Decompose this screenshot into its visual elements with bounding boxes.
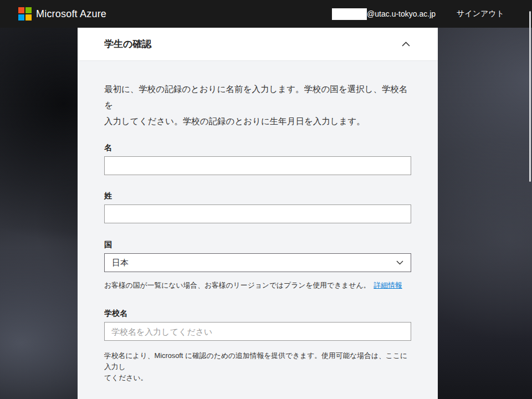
topbar-account-area: @utac.u-tokyo.ac.jp サインアウト (332, 8, 504, 20)
school-help-text: 学校名により、Microsoft に確認のための追加情報を提供できます。使用可能… (104, 350, 411, 383)
country-label: 国 (104, 239, 411, 249)
country-select[interactable]: 日本 (104, 253, 411, 272)
azure-home-link[interactable]: Microsoft Azure (18, 7, 106, 21)
country-help-text: お客様の国が一覧にない場合、お客様のリージョンではプランを使用できません。詳細情… (104, 280, 411, 291)
azure-topbar: Microsoft Azure @utac.u-tokyo.ac.jp サインア… (0, 0, 532, 28)
student-verification-panel: 学生の確認 最初に、学校の記録のとおりに名前を入力します。学校の国を選択し、学校… (78, 28, 438, 399)
chevron-up-icon (402, 42, 410, 47)
last-name-input[interactable] (104, 204, 411, 223)
first-name-input[interactable] (104, 156, 411, 175)
panel-title: 学生の確認 (104, 38, 151, 50)
microsoft-logo-icon (18, 7, 32, 21)
first-name-label: 名 (104, 142, 411, 152)
chevron-down-icon (396, 260, 403, 265)
redacted-username (332, 8, 367, 20)
panel-body: 最初に、学校の記録のとおりに名前を入力します。学校の国を選択し、学校名を 入力し… (78, 61, 438, 399)
country-help-body: お客様の国が一覧にない場合、お客様のリージョンではプランを使用できません。 (104, 281, 370, 289)
panel-header: 学生の確認 (78, 28, 438, 61)
last-name-label: 姓 (104, 191, 411, 201)
page-scrollbar-thumb[interactable] (529, 11, 531, 182)
school-name-label: 学校名 (104, 308, 411, 318)
country-selected-value: 日本 (112, 258, 129, 268)
brand-title: Microsoft Azure (36, 8, 106, 20)
sign-out-button[interactable]: サインアウト (457, 9, 504, 19)
school-name-input[interactable] (104, 322, 411, 341)
form-description: 最初に、学校の記録のとおりに名前を入力します。学校の国を選択し、学校名を 入力し… (104, 81, 411, 129)
more-info-link[interactable]: 詳細情報 (374, 281, 402, 289)
collapse-section-button[interactable] (400, 38, 412, 50)
account-email-domain: @utac.u-tokyo.ac.jp (367, 9, 436, 18)
